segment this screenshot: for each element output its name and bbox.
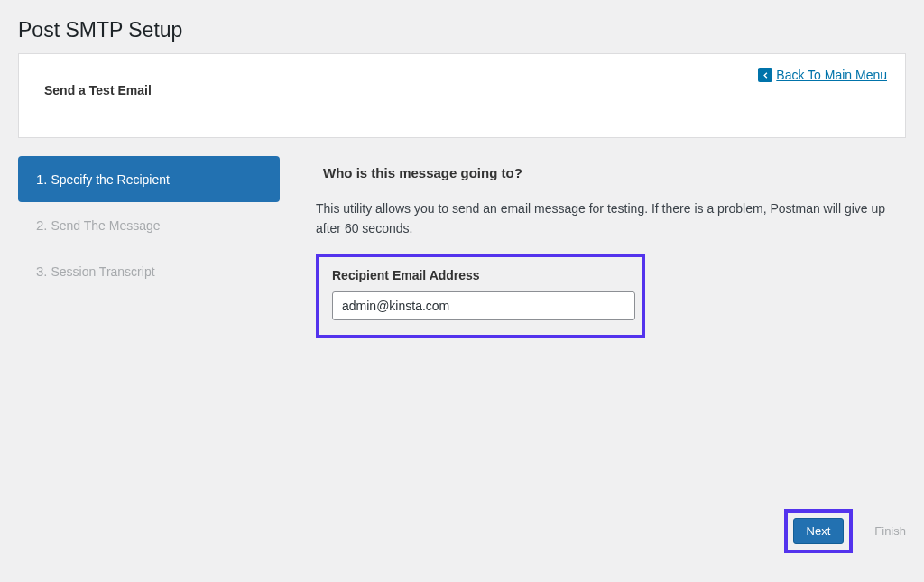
back-link-label: Back To Main Menu <box>776 68 887 82</box>
main-panel: Who is this message going to? This utili… <box>316 156 906 553</box>
steps-sidebar: 1. Specify the Recipient 2. Send The Mes… <box>18 156 280 553</box>
step-send-message[interactable]: 2. Send The Message <box>18 202 280 248</box>
footer-buttons: Next Finish <box>784 509 906 553</box>
page-title: Post SMTP Setup <box>18 0 906 53</box>
step-session-transcript[interactable]: 3. Session Transcript <box>18 248 280 294</box>
header-card: Back To Main Menu Send a Test Email <box>18 53 906 138</box>
back-arrow-icon <box>758 68 772 82</box>
finish-button: Finish <box>874 519 906 543</box>
step-number: 1. <box>36 171 48 187</box>
recipient-email-input[interactable] <box>332 291 635 320</box>
step-number: 2. <box>36 217 48 233</box>
step-label: Specify the Recipient <box>51 172 170 187</box>
step-specify-recipient[interactable]: 1. Specify the Recipient <box>18 156 280 202</box>
step-label: Send The Message <box>51 218 160 233</box>
next-button-highlight: Next <box>784 509 854 553</box>
panel-heading: Who is this message going to? <box>316 156 906 199</box>
recipient-highlight-box: Recipient Email Address <box>316 254 645 338</box>
back-to-main-link[interactable]: Back To Main Menu <box>758 68 887 82</box>
step-number: 3. <box>36 263 48 279</box>
header-title: Send a Test Email <box>44 83 880 97</box>
recipient-field-label: Recipient Email Address <box>332 268 629 282</box>
step-label: Session Transcript <box>51 264 154 279</box>
next-button[interactable]: Next <box>793 518 845 544</box>
wizard-container: 1. Specify the Recipient 2. Send The Mes… <box>18 156 906 553</box>
panel-description: This utility allows you to send an email… <box>316 199 906 239</box>
